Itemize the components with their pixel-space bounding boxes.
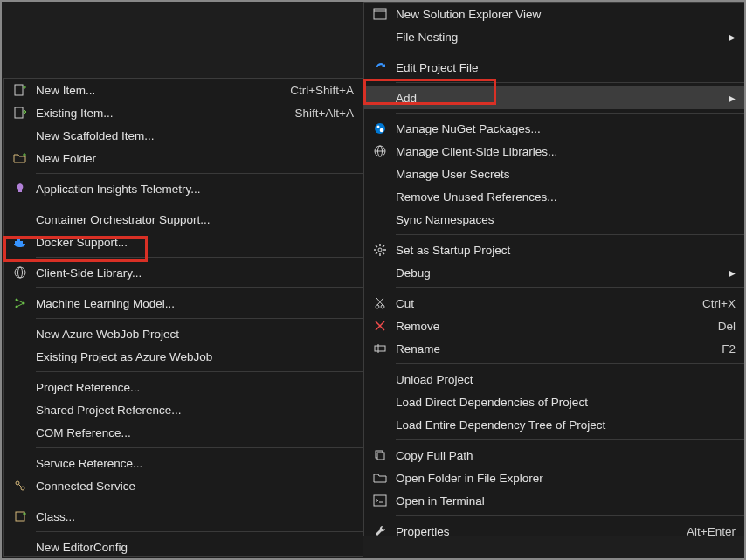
- menu-item-label: Existing Project as Azure WebJob: [36, 350, 354, 363]
- svg-rect-27: [374, 495, 386, 506]
- menu-item-new-solution-explorer-view[interactable]: New Solution Explorer View: [364, 3, 744, 25]
- menu-item-application-insights-telemetry[interactable]: Application Insights Telemetry...: [4, 177, 363, 200]
- redo-icon: [364, 60, 396, 74]
- menu-item-shared-project-reference[interactable]: Shared Project Reference...: [4, 398, 363, 421]
- menu-item-new-editorconfig[interactable]: New EditorConfig: [4, 536, 363, 557]
- menu-item-label: Project Reference...: [36, 381, 354, 394]
- menu-item-manage-user-secrets[interactable]: Manage User Secrets: [364, 162, 744, 185]
- menu-item-debug[interactable]: Debug▶: [364, 261, 744, 284]
- svg-line-15: [376, 252, 377, 254]
- menu-separator: [396, 82, 744, 83]
- context-menu-left-add-submenu: New Item...Ctrl+Shift+AExisting Item...S…: [3, 78, 363, 557]
- menu-item-existing-project-as-azure-webjob[interactable]: Existing Project as Azure WebJob: [4, 345, 363, 368]
- menu-item-copy-full-path[interactable]: Copy Full Path: [364, 444, 744, 467]
- menu-item-label: Manage Client-Side Libraries...: [396, 145, 736, 158]
- menu-item-com-reference[interactable]: COM Reference...: [4, 421, 363, 444]
- menu-item-new-folder[interactable]: New Folder: [4, 147, 363, 169]
- menu-item-label: Application Insights Telemetry...: [36, 183, 354, 196]
- menu-item-remove[interactable]: RemoveDel: [364, 315, 744, 337]
- ml-icon: [4, 296, 36, 310]
- menu-item-label: Open in Terminal: [396, 494, 736, 508]
- library-icon: [4, 266, 36, 280]
- menu-item-label: Edit Project File: [396, 61, 736, 74]
- menu-item-container-orchestrator-support[interactable]: Container Orchestrator Support...: [4, 208, 363, 231]
- svg-rect-26: [377, 453, 384, 460]
- menu-item-label: Class...: [36, 510, 354, 523]
- menu-item-shortcut: Ctrl+X: [688, 297, 736, 310]
- menu-item-service-reference[interactable]: Service Reference...: [4, 452, 363, 474]
- svg-rect-23: [375, 346, 385, 351]
- svg-rect-35: [15, 241, 17, 244]
- menu-item-label: Container Orchestrator Support...: [36, 213, 354, 226]
- svg-rect-36: [17, 241, 20, 244]
- menu-item-add[interactable]: Add▶: [364, 86, 744, 109]
- svg-rect-38: [17, 239, 20, 241]
- menu-item-cut[interactable]: CutCtrl+X: [364, 292, 744, 315]
- menu-item-label: Connected Service: [36, 480, 354, 493]
- menu-item-shortcut: Shift+Alt+A: [280, 107, 354, 120]
- globe-icon: [364, 144, 396, 158]
- menu-item-set-as-startup-project[interactable]: Set as Startup Project: [364, 239, 744, 261]
- menu-item-rename[interactable]: RenameF2: [364, 337, 744, 360]
- menu-item-existing-item[interactable]: Existing Item...Shift+Alt+A: [4, 101, 363, 124]
- svg-line-19: [377, 298, 383, 305]
- menu-item-label: Remove: [396, 320, 704, 333]
- menu-separator: [396, 234, 744, 235]
- menu-item-label: Unload Project: [396, 373, 736, 386]
- menu-separator: [36, 287, 363, 288]
- menu-separator: [396, 515, 744, 516]
- menu-item-label: Set as Startup Project: [396, 244, 736, 257]
- submenu-arrow-icon: ▶: [723, 93, 736, 103]
- menu-item-label: New Scaffolded Item...: [36, 129, 354, 142]
- submenu-arrow-icon: ▶: [723, 32, 736, 42]
- menu-item-new-azure-webjob-project[interactable]: New Azure WebJob Project: [4, 322, 363, 345]
- menu-item-edit-project-file[interactable]: Edit Project File: [364, 56, 744, 79]
- menu-item-manage-nuget-packages[interactable]: Manage NuGet Packages...: [364, 117, 744, 140]
- svg-point-39: [15, 267, 25, 278]
- svg-line-48: [19, 485, 22, 487]
- cut-icon: [364, 296, 396, 310]
- menu-item-new-scaffolded-item[interactable]: New Scaffolded Item...: [4, 124, 363, 147]
- menu-item-label: New Azure WebJob Project: [36, 328, 354, 341]
- menu-item-load-direct-dependencies-of-project[interactable]: Load Direct Dependencies of Project: [364, 391, 744, 413]
- menu-item-client-side-library[interactable]: Client-Side Library...: [4, 261, 363, 284]
- menu-item-project-reference[interactable]: Project Reference...: [4, 376, 363, 398]
- menu-item-properties[interactable]: PropertiesAlt+Enter: [364, 520, 744, 543]
- connected-service-icon: [4, 479, 36, 493]
- menu-item-label: Shared Project Reference...: [36, 404, 354, 417]
- menu-item-label: Docker Support...: [36, 236, 354, 249]
- menu-item-connected-service[interactable]: Connected Service: [4, 474, 363, 497]
- menu-item-manage-client-side-libraries[interactable]: Manage Client-Side Libraries...: [364, 140, 744, 162]
- menu-item-load-entire-dependency-tree-of-project[interactable]: Load Entire Dependency Tree of Project: [364, 413, 744, 436]
- menu-item-shortcut: Del: [704, 320, 736, 333]
- context-menu-right: New Solution Explorer ViewFile Nesting▶E…: [363, 2, 745, 536]
- menu-item-shortcut: Alt+Enter: [673, 525, 736, 538]
- menu-item-unload-project[interactable]: Unload Project: [364, 368, 744, 391]
- menu-item-open-in-terminal[interactable]: Open in Terminal: [364, 489, 744, 512]
- menu-item-label: Properties: [396, 525, 673, 538]
- menu-separator: [36, 257, 363, 258]
- menu-item-new-item[interactable]: New Item...Ctrl+Shift+A: [4, 79, 363, 101]
- menu-item-remove-unused-references[interactable]: Remove Unused References...: [364, 185, 744, 208]
- menu-item-class[interactable]: Class...: [4, 505, 363, 528]
- menu-item-label: Manage NuGet Packages...: [396, 122, 736, 135]
- menu-item-machine-learning-model[interactable]: Machine Learning Model...: [4, 292, 363, 315]
- appinsights-icon: [4, 182, 36, 196]
- svg-line-14: [383, 252, 384, 254]
- new-item-icon: [4, 83, 36, 97]
- menu-item-sync-namespaces[interactable]: Sync Namespaces: [364, 208, 744, 231]
- svg-rect-32: [15, 107, 23, 118]
- menu-item-file-nesting[interactable]: File Nesting▶: [364, 25, 744, 48]
- menu-item-shortcut: Ctrl+Shift+A: [276, 84, 354, 97]
- svg-point-17: [376, 305, 379, 308]
- wrench-icon: [364, 524, 396, 538]
- menu-item-open-folder-in-file-explorer[interactable]: Open Folder in File Explorer: [364, 467, 744, 489]
- menu-separator: [396, 113, 744, 114]
- menu-separator: [36, 447, 363, 448]
- menu-separator: [36, 371, 363, 372]
- menu-separator: [36, 204, 363, 204]
- menu-item-docker-support[interactable]: Docker Support...: [4, 231, 363, 253]
- svg-point-40: [18, 267, 23, 278]
- svg-point-46: [16, 481, 19, 485]
- menu-separator: [36, 318, 363, 319]
